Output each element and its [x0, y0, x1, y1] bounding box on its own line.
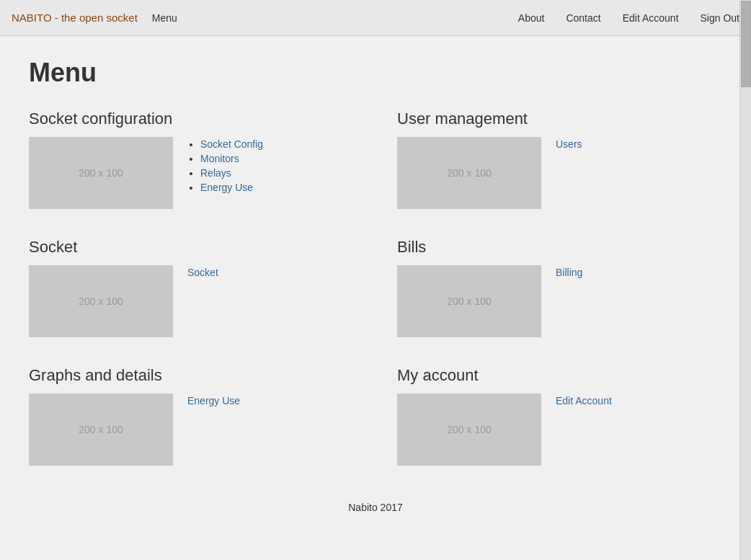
nav-link-contact[interactable]: Contact [566, 12, 600, 24]
nav-link-edit-account[interactable]: Edit Account [623, 12, 679, 24]
nav-link-about[interactable]: About [518, 12, 545, 24]
section-links-my-account: Edit Account [556, 394, 612, 406]
section-bills: Bills 200 x 100 Billing [397, 238, 722, 337]
link-energy-use-graphs[interactable]: Energy Use [187, 395, 240, 406]
section-title-socket: Socket [29, 238, 354, 257]
section-socket: Socket 200 x 100 Socket [29, 238, 354, 337]
section-title-user-management: User management [397, 110, 722, 128]
section-user-management: User management 200 x 100 Users [397, 110, 722, 209]
navbar-menu-label: Menu [152, 12, 177, 24]
link-socket[interactable]: Socket [187, 267, 218, 278]
page-title: Menu [29, 58, 722, 88]
section-title-my-account: My account [397, 366, 722, 385]
section-title-bills: Bills [397, 238, 722, 257]
scrollbar-thumb[interactable] [741, 1, 751, 87]
section-links-graphs-details: Energy Use [187, 394, 240, 406]
link-edit-account[interactable]: Edit Account [556, 395, 612, 406]
placeholder-img-bills: 200 x 100 [397, 265, 541, 337]
section-body-my-account: 200 x 100 Edit Account [397, 394, 722, 466]
section-body-socket-config: 200 x 100 Socket Config Monitors Relays … [29, 137, 354, 209]
placeholder-img-graphs-details: 200 x 100 [29, 394, 173, 466]
footer: Nabito 2017 [29, 480, 722, 520]
placeholder-img-socket-config: 200 x 100 [29, 137, 173, 209]
link-energy-use-socket-config[interactable]: Energy Use [200, 182, 253, 193]
link-monitors[interactable]: Monitors [200, 153, 239, 164]
nav-link-sign-out[interactable]: Sign Out [701, 12, 739, 24]
section-links-bills: Billing [556, 265, 582, 278]
section-title-socket-config: Socket configuration [29, 110, 354, 128]
navbar: NABITO - the open socket Menu About Cont… [0, 0, 751, 36]
placeholder-img-socket: 200 x 100 [29, 265, 173, 337]
section-links-user-management: Users [556, 137, 582, 150]
section-body-user-management: 200 x 100 Users [397, 137, 722, 209]
section-links-socket-config: Socket Config Monitors Relays Energy Use [187, 137, 263, 196]
section-socket-config: Socket configuration 200 x 100 Socket Co… [29, 110, 354, 209]
sections-grid: Socket configuration 200 x 100 Socket Co… [29, 110, 722, 480]
section-title-graphs-details: Graphs and details [29, 366, 354, 385]
footer-text: Nabito 2017 [348, 502, 403, 513]
link-billing[interactable]: Billing [556, 267, 582, 278]
link-users[interactable]: Users [556, 138, 582, 150]
section-body-graphs-details: 200 x 100 Energy Use [29, 394, 354, 466]
placeholder-img-my-account: 200 x 100 [397, 394, 541, 466]
section-my-account: My account 200 x 100 Edit Account [397, 366, 722, 466]
placeholder-img-user-management: 200 x 100 [397, 137, 541, 209]
main-content: Menu Socket configuration 200 x 100 Sock… [0, 36, 751, 560]
navbar-right: About Contact Edit Account Sign Out [518, 12, 739, 24]
link-socket-config[interactable]: Socket Config [200, 138, 263, 150]
navbar-brand[interactable]: NABITO - the open socket [12, 12, 138, 24]
section-links-socket: Socket [187, 265, 218, 278]
section-graphs-details: Graphs and details 200 x 100 Energy Use [29, 366, 354, 466]
link-relays[interactable]: Relays [200, 167, 231, 179]
section-body-bills: 200 x 100 Billing [397, 265, 722, 337]
section-body-socket: 200 x 100 Socket [29, 265, 354, 337]
scrollbar-track[interactable] [739, 0, 751, 560]
